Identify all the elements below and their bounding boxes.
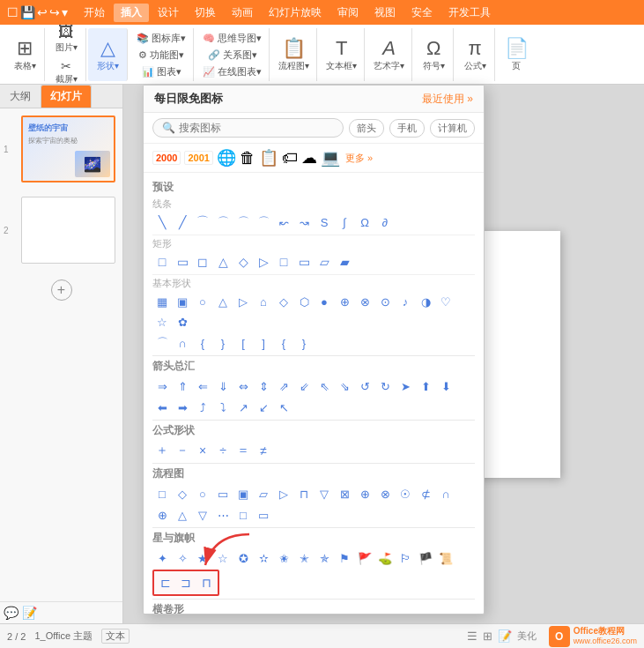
flow-15[interactable]: ∩ — [436, 484, 455, 503]
formula-1[interactable]: ＋ — [152, 441, 172, 460]
arrow-9[interactable]: ⇖ — [315, 376, 334, 396]
flow-9[interactable]: ▽ — [315, 484, 334, 503]
mindmap-btn[interactable]: 🧠 思维导图▾ — [199, 30, 265, 47]
flow-12[interactable]: ⊗ — [375, 484, 395, 503]
redo-icon[interactable]: ↪ — [49, 5, 60, 19]
tag-phone[interactable]: 手机 — [389, 119, 425, 138]
slide-thumb-1[interactable]: 壁纸的宇宙 探索宇宙的奥秘 🌌 — [21, 115, 115, 182]
shape-basic-7[interactable]: ◇ — [274, 292, 293, 311]
shape-basic-18[interactable]: ⌒ — [152, 333, 172, 353]
flow-10[interactable]: ⊠ — [335, 484, 354, 503]
arrow-7[interactable]: ⇗ — [274, 376, 293, 396]
flow-19[interactable]: ⋯ — [213, 505, 233, 525]
star-13[interactable]: 🏳 — [396, 548, 415, 568]
arrow-11[interactable]: ↺ — [355, 376, 374, 396]
menu-review[interactable]: 审阅 — [330, 4, 366, 22]
shape-basic-12[interactable]: ⊙ — [375, 292, 395, 311]
shape-btn[interactable]: △ 形状▾ — [92, 35, 123, 74]
shape-rect-4[interactable]: △ — [213, 252, 233, 272]
flow-16[interactable]: ⊕ — [152, 505, 172, 525]
arrow-15[interactable]: ⬇ — [436, 376, 455, 396]
flow-11[interactable]: ⊕ — [355, 484, 374, 503]
highlighted-shape-2[interactable]: ⊐ — [176, 573, 196, 592]
arrow-18[interactable]: ⤴ — [193, 398, 212, 417]
flow-2[interactable]: ◇ — [173, 484, 192, 503]
shape-rect-7[interactable]: □ — [274, 252, 293, 272]
function-chart-btn[interactable]: ⚙ 功能图▾ — [135, 47, 188, 63]
menu-view[interactable]: 视图 — [367, 4, 403, 22]
brand-clipboard[interactable]: 📋 — [259, 148, 278, 168]
shape-line-6[interactable]: ⌒ — [254, 212, 273, 232]
brand-more[interactable]: 更多 » — [345, 152, 373, 165]
arrow-12[interactable]: ↻ — [375, 376, 395, 396]
star-15[interactable]: 📜 — [436, 548, 455, 568]
shape-line-s[interactable]: S — [315, 212, 334, 232]
shape-line-2[interactable]: ╱ — [173, 212, 192, 232]
flow-13[interactable]: ☉ — [396, 484, 415, 503]
shape-rect-1[interactable]: □ — [152, 252, 172, 272]
brand-2001[interactable]: 2001 — [184, 151, 212, 165]
star-2[interactable]: ✧ — [173, 548, 192, 568]
flow-14[interactable]: ⊄ — [416, 484, 435, 503]
brand-trash[interactable]: 🗑 — [240, 149, 255, 168]
shape-basic-11[interactable]: ⊗ — [355, 292, 374, 311]
view-slide-btn[interactable]: ⊞ — [483, 629, 492, 643]
shape-line-3[interactable]: ⌒ — [193, 212, 212, 232]
undo-icon[interactable]: ↩ — [37, 5, 48, 19]
screenshot-btn[interactable]: ✂ 截屏▾ — [50, 57, 82, 85]
relation-btn[interactable]: 🔗 关系图▾ — [204, 47, 261, 63]
menu-design[interactable]: 设计 — [151, 4, 186, 22]
save-icon[interactable]: 💾 — [20, 5, 35, 19]
flow-8[interactable]: ⊓ — [294, 484, 314, 503]
arrow-21[interactable]: ↙ — [254, 398, 273, 417]
shape-line-5[interactable]: ⌒ — [233, 212, 253, 232]
add-slide-btn[interactable]: + — [51, 279, 72, 301]
shape-basic-6[interactable]: ⌂ — [254, 292, 273, 311]
formula-3[interactable]: × — [193, 441, 212, 460]
arrow-16[interactable]: ⬅ — [152, 398, 172, 417]
star-10[interactable]: ⚑ — [335, 548, 354, 568]
shape-basic-20[interactable]: { — [193, 333, 212, 353]
formula-4[interactable]: ÷ — [213, 441, 233, 460]
flow-4[interactable]: ▭ — [213, 484, 233, 503]
formula-5[interactable]: ＝ — [233, 441, 253, 460]
new-icon[interactable]: ☐ — [7, 5, 19, 19]
star-11[interactable]: 🚩 — [355, 548, 374, 568]
shape-basic-19[interactable]: ∩ — [173, 333, 192, 353]
formula-2[interactable]: － — [173, 441, 192, 460]
shape-basic-5[interactable]: ▷ — [233, 292, 253, 311]
flow-btn[interactable]: 📋 流程图▾ — [275, 35, 313, 74]
art-text-btn[interactable]: A 艺术字▾ — [370, 35, 408, 74]
view-outline-btn[interactable]: ☰ — [467, 629, 477, 643]
search-input[interactable] — [179, 122, 334, 134]
flow-5[interactable]: ▣ — [233, 484, 253, 503]
more-icon[interactable]: ▾ — [62, 5, 68, 19]
textbox-btn[interactable]: T 文本框▾ — [322, 35, 360, 74]
chart-btn[interactable]: 📊 图表▾ — [138, 63, 185, 80]
shape-basic-23[interactable]: ] — [254, 333, 273, 353]
shape-rect-5[interactable]: ◇ — [233, 252, 253, 272]
star-12[interactable]: ⛳ — [375, 548, 395, 568]
symbol-btn[interactable]: Ω 符号▾ — [418, 35, 449, 74]
menu-animation[interactable]: 动画 — [225, 4, 260, 22]
shape-rect-9[interactable]: ▱ — [315, 252, 334, 272]
arrow-20[interactable]: ↗ — [233, 398, 253, 417]
highlighted-shape-1[interactable]: ⊏ — [156, 573, 175, 592]
arrow-19[interactable]: ⤵ — [213, 398, 233, 417]
arrow-1[interactable]: ⇒ — [152, 376, 172, 396]
shape-rect-6[interactable]: ▷ — [254, 252, 273, 272]
arrow-13[interactable]: ➤ — [396, 376, 415, 396]
star-6[interactable]: ✫ — [254, 548, 273, 568]
icon-library-btn[interactable]: 📚 图标库▾ — [133, 30, 189, 47]
star-4[interactable]: ☆ — [213, 548, 233, 568]
shape-rect-2[interactable]: ▭ — [173, 252, 192, 272]
shape-basic-2[interactable]: ▣ — [173, 292, 192, 311]
flow-17[interactable]: △ — [173, 505, 192, 525]
flow-3[interactable]: ○ — [193, 484, 212, 503]
menu-transition[interactable]: 切换 — [188, 4, 223, 22]
flow-6[interactable]: ▱ — [254, 484, 273, 503]
star-3[interactable]: ★ — [193, 548, 212, 568]
arrow-3[interactable]: ⇐ — [193, 376, 212, 396]
brand-computer[interactable]: 💻 — [321, 148, 340, 168]
shape-line-loop[interactable]: ∂ — [375, 212, 395, 232]
